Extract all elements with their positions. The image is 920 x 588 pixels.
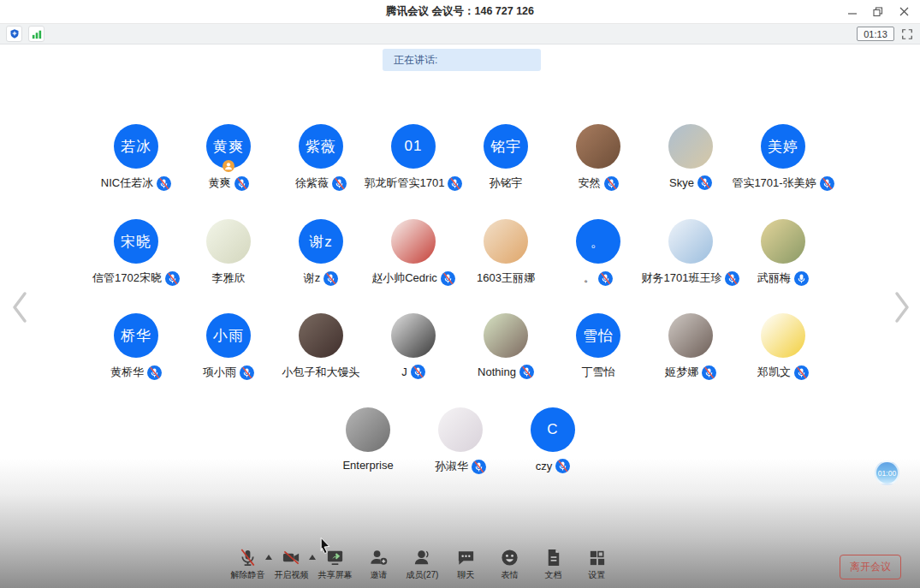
participant-name-line: 项小雨 xyxy=(203,365,254,380)
invite-button[interactable]: 邀请 xyxy=(357,547,401,586)
participant-name-line: 。 xyxy=(584,270,613,286)
settings-button[interactable]: 设置 xyxy=(575,547,619,586)
participant-tile[interactable]: 小包子和大馒头 xyxy=(275,313,367,380)
avatar-photo xyxy=(484,313,528,358)
participants-row-3: Enterprise孙淑华 Cczy xyxy=(322,407,599,474)
mic-muted-icon xyxy=(820,176,834,191)
participant-tile[interactable]: Skye xyxy=(644,124,737,191)
avatar-initials: C xyxy=(531,407,575,452)
participant-name: 1603王丽娜 xyxy=(477,270,535,286)
participant-tile[interactable]: 若冰NIC任若冰 xyxy=(90,124,182,191)
share-screen-button[interactable]: 共享屏幕 xyxy=(313,547,357,586)
avatar-initials: 雪怡 xyxy=(576,313,620,358)
participant-tile[interactable]: 紫薇徐紫薇 xyxy=(275,124,367,191)
participant-name-line: 安然 xyxy=(579,175,619,191)
speaking-label: 正在讲话: xyxy=(394,53,437,68)
mic-muted-icon xyxy=(702,365,716,380)
participant-tile[interactable]: 谢z谢z xyxy=(275,219,367,286)
window-controls xyxy=(841,0,915,23)
docs-button[interactable]: 文档 xyxy=(531,547,575,586)
participant-tile[interactable]: 武丽梅 xyxy=(737,219,829,286)
members-button[interactable]: 成员(27) xyxy=(401,547,444,586)
participant-tile[interactable]: 美婷管实1701-张美婷 xyxy=(737,124,829,191)
participant-tile[interactable]: 雪怡丁雪怡 xyxy=(552,313,644,380)
participant-name-line: 赵小帅Cedric xyxy=(371,270,455,286)
participant-name-line: 孙淑华 xyxy=(435,459,486,474)
participant-tile[interactable]: 01郭龙昕管实1701 xyxy=(367,124,460,191)
toolbar-item-label: 解除静音 xyxy=(231,569,265,581)
participant-tile[interactable]: 孙淑华 xyxy=(414,407,507,474)
participant-name-line: Nothing xyxy=(478,365,534,379)
participant-tile[interactable]: 小雨项小雨 xyxy=(182,313,275,380)
participant-tile[interactable]: 姬梦娜 xyxy=(644,313,737,380)
participant-name: 财务1701班王珍 xyxy=(642,270,722,286)
avatar-initials: 01 xyxy=(391,124,436,169)
participant-tile[interactable]: 1603王丽娜 xyxy=(460,219,552,286)
close-button[interactable] xyxy=(893,2,915,22)
participant-name-line: Enterprise xyxy=(342,459,393,472)
close-icon xyxy=(899,7,909,16)
camera-off-icon xyxy=(282,548,301,567)
unmute-button[interactable]: 解除静音 xyxy=(226,547,270,586)
mic-off-icon xyxy=(238,548,258,567)
participant-name-line: J xyxy=(401,365,425,379)
avatar-photo xyxy=(576,124,620,169)
mic-muted-icon xyxy=(598,271,613,286)
toolbar-item-label: 共享屏幕 xyxy=(318,569,353,581)
floating-timer-bubble[interactable]: 01:00 xyxy=(875,460,899,485)
participant-tile[interactable]: 。。 xyxy=(552,219,644,286)
invite-icon xyxy=(369,548,389,567)
security-chip[interactable] xyxy=(6,26,22,42)
participant-tile[interactable]: 黄爽 黄爽 xyxy=(182,124,275,191)
network-chip[interactable] xyxy=(28,26,45,42)
avatar-photo xyxy=(761,219,805,264)
previous-page-button[interactable] xyxy=(7,288,33,327)
meeting-duration: 01:13 xyxy=(857,27,894,41)
window-title: 腾讯会议 会议号：146 727 126 xyxy=(386,4,534,19)
avatar-initials: 宋晓 xyxy=(114,219,158,264)
leave-meeting-button[interactable]: 离开会议 xyxy=(840,555,901,579)
participant-name-line: 小包子和大馒头 xyxy=(282,365,360,380)
avatar-photo xyxy=(438,407,483,452)
participant-tile[interactable]: 郑凯文 xyxy=(737,313,829,380)
avatar-initials: 。 xyxy=(576,219,620,264)
participant-tile[interactable]: 财务1701班王珍 xyxy=(644,219,737,286)
participant-name-line: 1603王丽娜 xyxy=(477,270,535,286)
participant-name-line: czy xyxy=(536,459,571,473)
chat-button[interactable]: 聊天 xyxy=(444,547,488,586)
participant-tile[interactable]: Enterprise xyxy=(322,407,414,474)
mic-muted-icon xyxy=(697,175,712,190)
mic-muted-icon xyxy=(147,365,162,380)
participant-name-line: 管实1701-张美婷 xyxy=(732,175,834,191)
participant-name: 信管1702宋晓 xyxy=(92,270,162,286)
mic-muted-icon xyxy=(411,365,425,379)
participant-name-line: 黄爽 xyxy=(209,175,249,191)
minimize-button[interactable] xyxy=(841,2,864,22)
avatar-photo xyxy=(346,407,390,452)
participant-tile[interactable]: 宋晓信管1702宋晓 xyxy=(90,219,182,286)
participant-tile[interactable]: J xyxy=(367,313,460,380)
participant-tile[interactable]: 桥华黄桥华 xyxy=(90,313,182,380)
emoji-button[interactable]: 表情 xyxy=(488,547,531,586)
participant-tile[interactable]: 李雅欣 xyxy=(182,219,275,286)
participant-tile[interactable]: Nothing xyxy=(460,313,552,380)
participant-name: 孙铭宇 xyxy=(490,175,523,191)
status-bar: 01:13 xyxy=(0,24,920,45)
avatar-photo xyxy=(668,219,713,264)
participant-tile[interactable]: 安然 xyxy=(552,124,644,191)
participant-tile[interactable]: Cczy xyxy=(507,407,599,474)
start-video-button[interactable]: 开启视频 xyxy=(270,547,313,586)
participant-name: 姬梦娜 xyxy=(665,365,698,380)
restore-button[interactable] xyxy=(867,2,889,22)
next-page-button[interactable] xyxy=(889,288,915,327)
toolbar-item-label: 邀请 xyxy=(371,569,388,581)
participant-tile[interactable]: 赵小帅Cedric xyxy=(367,219,460,286)
participant-tile[interactable]: 铭宇孙铭宇 xyxy=(460,124,552,191)
participant-name: 武丽梅 xyxy=(757,270,791,286)
avatar-initials: 紫薇 xyxy=(299,124,343,169)
fullscreen-icon[interactable] xyxy=(901,28,913,40)
participant-name-line: 信管1702宋晓 xyxy=(92,270,180,286)
participant-name-line: 孙铭宇 xyxy=(490,175,523,191)
minimize-icon xyxy=(847,7,858,17)
avatar-initials: 黄爽 xyxy=(206,124,251,169)
